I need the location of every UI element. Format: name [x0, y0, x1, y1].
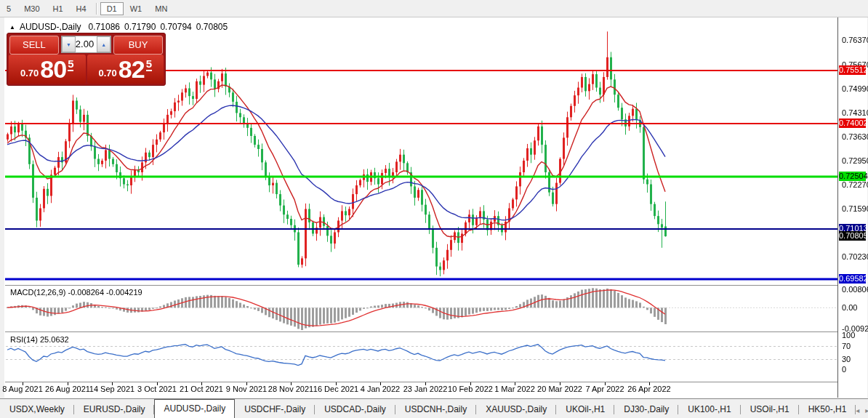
price-level-badge: 0.74002	[839, 118, 866, 128]
symbol-tab-eurusd-daily[interactable]: EURUSD-,Daily	[74, 401, 155, 418]
buy-price-box[interactable]: 0.70 82 5	[87, 55, 164, 84]
macd-axis-tick: 0.008061	[842, 285, 868, 294]
timeframe-button-h1[interactable]: H1	[47, 2, 70, 15]
price-level-badge: 0.69582	[839, 274, 866, 284]
symbol-tab-dj30-daily[interactable]: DJ30-,Daily	[614, 401, 678, 418]
trading-terminal: 5M30H1H4D1W1MN ▲ AUDUSD-,Daily 0.71086 0…	[0, 0, 868, 418]
toolbar-separator	[96, 3, 97, 15]
sell-price-prefix: 0.70	[20, 68, 39, 79]
symbol-tab-xauusd-daily[interactable]: XAUUSD-,Daily	[476, 401, 556, 418]
price-axis-tick: 0.71590	[842, 204, 868, 213]
rsi-axis-tick: 0	[842, 365, 846, 374]
macd-axis-tick: 0.00	[842, 303, 857, 312]
sell-price-big: 80	[40, 55, 66, 84]
rsi-label: RSI(14) 25.0632	[10, 335, 69, 344]
volume-decrease-button[interactable]: ▼	[62, 36, 76, 52]
tabs-scroll-right-icon[interactable]: ▸	[865, 406, 868, 414]
rsi-axis-tick: 70	[842, 342, 851, 350]
timeframe-button-w1[interactable]: W1	[124, 2, 149, 15]
buy-price-big: 82	[118, 55, 145, 84]
rsi-axis-tick: 100	[842, 331, 855, 339]
price-axis-tick: 0.74310	[842, 108, 868, 117]
price-axis-tick: 0.72950	[842, 156, 868, 165]
ohlc-low: 0.70794	[160, 22, 191, 32]
timeframe-button-h4[interactable]: H4	[70, 2, 93, 15]
buy-button[interactable]: BUY	[113, 36, 163, 55]
current-price-badge: 0.70805	[839, 231, 866, 241]
volume-input[interactable]: 2.00	[76, 36, 97, 52]
symbol-tab-uk100-h1[interactable]: UK100-,H1	[678, 401, 740, 418]
timeframe-button-5[interactable]: 5	[0, 2, 17, 15]
timeframe-button-mn[interactable]: MN	[148, 2, 174, 15]
price-axis-tick: 0.72270	[842, 180, 868, 189]
collapse-panel-icon[interactable]: ▲	[9, 24, 15, 31]
price-level-badge: 0.72504	[839, 172, 866, 181]
sell-price-pip: 5	[68, 57, 73, 71]
chart-title: ▲ AUDUSD-,Daily 0.71086 0.71790 0.70794 …	[9, 22, 232, 32]
price-axis-tick: 0.73630	[842, 132, 868, 141]
symbol-tab-hk50-h1[interactable]: HK50-,H1	[799, 401, 856, 418]
buy-price-prefix: 0.70	[99, 68, 117, 79]
sell-price-box[interactable]: 0.70 80 5	[9, 55, 86, 84]
price-level-badge: 0.75512	[839, 65, 866, 75]
price-axis-tick: 0.70230	[842, 252, 868, 261]
tabs-scroll-left-icon[interactable]: ◂	[856, 406, 859, 414]
symbol-tab-usdcnh-daily[interactable]: USDCNH-,Daily	[395, 401, 476, 418]
timeframe-button-d1[interactable]: D1	[100, 2, 124, 15]
timeframe-toolbar: 5M30H1H4D1W1MN	[0, 0, 868, 17]
symbol-tab-ukoil-h1[interactable]: UKOil-,H1	[556, 401, 614, 418]
symbol-tab-usoil-h1[interactable]: USOil-,H1	[741, 401, 799, 418]
rsi-axis-tick: 30	[842, 355, 851, 363]
sell-button[interactable]: SELL	[9, 36, 59, 55]
buy-price-pip: 5	[146, 57, 152, 71]
symbol-tab-usdchf-daily[interactable]: USDCHF-,Daily	[235, 401, 315, 418]
one-click-trade-panel: SELL ▼ 2.00 ▲ BUY 0.70 80 5 0.70 82 5	[7, 33, 166, 86]
timeframe-button-m30[interactable]: M30	[17, 2, 46, 15]
macd-label: MACD(12,26,9) -0.008264 -0.004219	[10, 288, 142, 297]
ohlc-high: 0.71790	[124, 22, 156, 32]
date-axis-label: 26 Apr 2022	[620, 385, 678, 393]
symbol-tab-usdcad-daily[interactable]: USDCAD-,Daily	[315, 401, 395, 418]
symbol-tab-audusd-daily[interactable]: AUDUSD-,Daily	[154, 399, 235, 418]
volume-stepper: ▼ 2.00 ▲	[61, 36, 111, 53]
price-axis-tick: 0.74990	[842, 84, 868, 93]
ohlc-close: 0.70805	[196, 22, 228, 32]
symbol-tab-usdx-weekly[interactable]: USDX,Weekly	[0, 401, 74, 418]
symbol-tab-bar: USDX,WeeklyEURUSD-,DailyAUDUSD-,DailyUSD…	[0, 398, 868, 418]
ohlc-open: 0.71086	[89, 22, 120, 32]
symbol-period-label: AUDUSD-,Daily	[20, 22, 81, 32]
price-axis-tick: 0.76370	[842, 36, 868, 44]
volume-increase-button[interactable]: ▲	[97, 36, 110, 52]
